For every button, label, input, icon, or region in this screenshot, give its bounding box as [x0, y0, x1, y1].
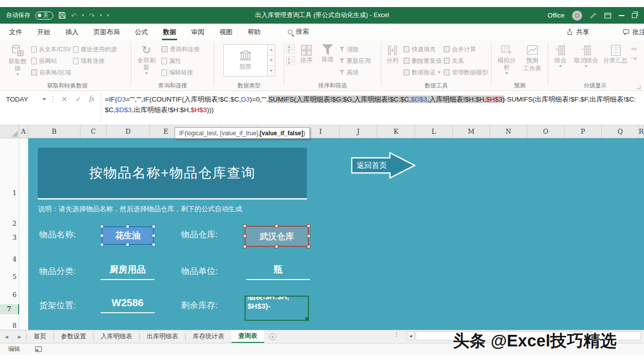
- data-types-gallery-scrollbar[interactable]: [268, 44, 275, 76]
- insert-function-icon[interactable]: fx: [89, 95, 94, 103]
- selection-handle[interactable]: [275, 245, 278, 248]
- hscroll-left-icon[interactable]: ◀: [407, 331, 415, 340]
- save-icon[interactable]: [58, 12, 66, 19]
- comments-button[interactable]: 批注: [623, 24, 644, 40]
- selection-handle[interactable]: [100, 234, 104, 237]
- remove-duplicates-button[interactable]: 删除重复值: [404, 56, 442, 66]
- col-header-r[interactable]: R: [639, 125, 644, 138]
- selection-handle[interactable]: [243, 234, 247, 238]
- get-data-button[interactable]: 获取数据: [6, 43, 29, 76]
- restore-button[interactable]: [632, 13, 637, 18]
- tab-file[interactable]: 文件: [8, 24, 23, 40]
- selection-handle[interactable]: [307, 224, 310, 228]
- tab-page-layout[interactable]: 页面布局: [93, 24, 121, 40]
- formula-input[interactable]: =IF(D3="","",IF(COUNTIF(入库明细表!$C:$C,D3)=…: [101, 91, 644, 125]
- tab-help[interactable]: 帮助: [247, 24, 262, 40]
- properties-button[interactable]: 属性: [162, 56, 200, 66]
- pen-input-icon[interactable]: [590, 12, 597, 19]
- selection-handle[interactable]: [152, 243, 155, 246]
- col-header-m[interactable]: M: [453, 125, 490, 138]
- sort-descending-button[interactable]: ZA ↓: [286, 56, 295, 65]
- data-type-stocks-button[interactable]: 股票: [223, 44, 268, 76]
- warehouse-dropdown-cell[interactable]: 武汉仓库: [245, 226, 309, 247]
- confirm-entry-icon[interactable]: ✓: [75, 95, 82, 103]
- selection-handle[interactable]: [152, 234, 155, 237]
- redo-icon[interactable]: ↷: [89, 12, 95, 20]
- row-header-7-active[interactable]: 7: [0, 304, 19, 314]
- subtotal-button[interactable]: 分类汇总: [602, 43, 629, 65]
- sort-ascending-button[interactable]: AZ ↓: [286, 44, 295, 53]
- selection-handle[interactable]: [307, 234, 310, 238]
- share-button[interactable]: 共享: [567, 24, 589, 40]
- row-header-2[interactable]: 2: [0, 220, 17, 227]
- edit-links-button[interactable]: 编辑链接: [162, 67, 200, 77]
- tab-review[interactable]: 审阅: [190, 24, 205, 40]
- sheet-nav-left-icon[interactable]: ◀: [0, 330, 13, 343]
- search-box[interactable]: 搜索: [288, 27, 309, 40]
- col-header-k[interactable]: K: [377, 125, 415, 138]
- sheet-tab-stock-stats[interactable]: 库存统计表: [186, 330, 231, 343]
- col-header-p[interactable]: P: [565, 125, 602, 138]
- item-name-dropdown-cell[interactable]: 花生油: [102, 226, 154, 245]
- tab-view[interactable]: 视图: [218, 24, 233, 40]
- undo-icon[interactable]: ↶: [71, 12, 77, 20]
- reapply-button[interactable]: 重新应用: [339, 56, 371, 66]
- col-header-b[interactable]: B: [28, 125, 80, 138]
- remaining-stock-edit-cell[interactable]: 细表!$H:$H, $H$3)-: [245, 296, 309, 321]
- row-header-4[interactable]: 4: [0, 255, 17, 263]
- relationships-button[interactable]: 关系: [444, 56, 488, 66]
- selection-handle[interactable]: [100, 225, 104, 228]
- sheet-tab-home[interactable]: 首页: [27, 330, 53, 343]
- edit-cell-handle[interactable]: [305, 317, 308, 320]
- forecast-sheet-button[interactable]: 预测 工作表: [522, 43, 543, 73]
- hide-detail-button[interactable]: −≡: [631, 56, 637, 61]
- tab-data[interactable]: 数据: [162, 24, 177, 40]
- selection-handle[interactable]: [126, 243, 129, 246]
- gallery-up-icon[interactable]: [268, 45, 275, 55]
- col-header-n[interactable]: N: [490, 125, 527, 138]
- selection-handle[interactable]: [243, 245, 247, 248]
- sheet-tab-params[interactable]: 参数设置: [54, 330, 93, 343]
- sheet-nav-right-icon[interactable]: ▶: [13, 330, 26, 343]
- sheet-tab-outbound[interactable]: 出库明细表: [140, 330, 186, 343]
- col-header-j[interactable]: J: [340, 125, 377, 138]
- existing-connections-button[interactable]: 现有连接: [73, 56, 117, 66]
- autosave-toggle[interactable]: 关: [35, 12, 53, 20]
- tab-formulas[interactable]: 公式: [134, 24, 149, 40]
- col-header-c[interactable]: C: [80, 125, 107, 138]
- selection-handle[interactable]: [243, 224, 247, 228]
- refresh-all-button[interactable]: ↻ 全部刷新: [133, 43, 159, 75]
- selection-handle[interactable]: [100, 243, 104, 246]
- col-header-o[interactable]: O: [527, 125, 565, 138]
- row-header-3[interactable]: 3: [0, 234, 17, 241]
- tab-insert[interactable]: 插入: [64, 24, 79, 40]
- flash-fill-button[interactable]: 快速填充: [404, 44, 442, 54]
- col-header-q[interactable]: Q: [602, 125, 639, 138]
- ribbon-display-options-icon[interactable]: [604, 13, 611, 19]
- selection-handle[interactable]: [307, 245, 310, 248]
- col-header-a[interactable]: A: [19, 125, 28, 138]
- filter-button[interactable]: 筛选: [318, 43, 337, 64]
- text-to-columns-button[interactable]: 分列: [383, 43, 401, 65]
- name-box[interactable]: TODAY: [0, 92, 50, 106]
- selection-handle[interactable]: [275, 224, 278, 228]
- queries-connections-button[interactable]: 查询和连接: [162, 44, 200, 54]
- worksheet-area[interactable]: 按物品名称+物品仓库查询 返回首页 说明：请先选择物品名称，然后选择物品仓库，剩…: [28, 138, 644, 330]
- selection-handle[interactable]: [152, 225, 155, 228]
- selection-handle[interactable]: [126, 225, 129, 228]
- row-header-8[interactable]: 8: [0, 322, 17, 329]
- cancel-entry-icon[interactable]: ✕: [61, 95, 67, 103]
- what-if-analysis-button[interactable]: ? 模拟分析: [494, 43, 520, 75]
- from-web-button[interactable]: 自网站: [31, 56, 71, 66]
- from-table-range-button[interactable]: 自表格/区域: [31, 67, 71, 77]
- advanced-filter-button[interactable]: 高级: [339, 67, 371, 77]
- quick-access-toolbar-caret-icon[interactable]: ▾: [107, 13, 109, 18]
- sheet-tab-inbound[interactable]: 入库明细表: [94, 330, 139, 343]
- redo-caret-icon[interactable]: ▾: [100, 13, 102, 18]
- group-button[interactable]: 组合: [550, 43, 571, 68]
- recent-sources-button[interactable]: 最近使用的源: [73, 44, 117, 54]
- col-header-l[interactable]: L: [415, 125, 453, 138]
- minimize-button[interactable]: [619, 15, 624, 16]
- ungroup-button[interactable]: 取消组合: [573, 43, 600, 68]
- consolidate-button[interactable]: 合并计算: [444, 44, 488, 54]
